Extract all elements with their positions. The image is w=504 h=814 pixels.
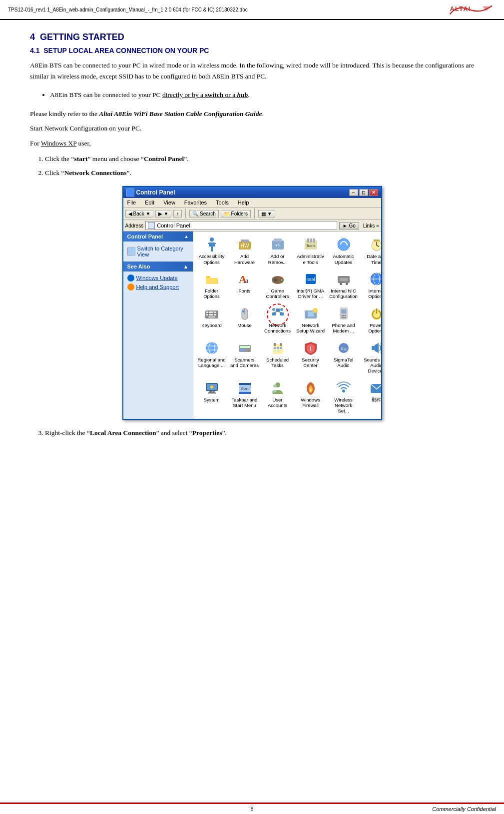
net-wizard-label: Network Setup Wizard [296, 322, 325, 334]
cp-icon-user-accounts[interactable]: User Accounts [262, 378, 293, 416]
security-label: Security Center [296, 357, 325, 368]
nic-config-label: Internal NIC Configuration [329, 288, 358, 300]
user-accounts-icon [270, 380, 286, 396]
svg-rect-97 [372, 346, 375, 350]
icons-panel: Accessibility Options HW Add Hardware +/… [193, 232, 381, 419]
regional-icon [204, 340, 220, 356]
switch-view-button[interactable]: Switch to Category View [125, 244, 191, 260]
cp-icon-sched-tasks[interactable]: Scheduled Tasks [262, 338, 293, 376]
cp-icon-internet-opts[interactable]: Internet Options [361, 269, 381, 302]
close-button[interactable]: ✕ [369, 189, 378, 196]
svg-rect-90 [277, 347, 279, 349]
cp-icon-regional[interactable]: Regional and Language ... [196, 338, 227, 376]
toolbar[interactable]: ◀ Back ▼ ▶ ▼ ↑ 🔍 Search 📁 Folders ▦ ▼ [123, 208, 381, 220]
see-also-links: Windows Update Help and Support [123, 272, 193, 294]
window-body: Control Panel ▲ Switch to Category View [123, 232, 381, 419]
cp-icon-net-wizard[interactable]: ? Network Setup Wizard [295, 304, 326, 336]
svg-rect-104 [208, 392, 216, 394]
cp-icon-system[interactable]: System [196, 378, 227, 416]
regional-label: Regional and Language ... [197, 357, 226, 368]
go-button[interactable]: ► Go [339, 222, 359, 230]
svg-point-105 [210, 386, 213, 388]
cp-icon-power[interactable]: Power Options [361, 304, 381, 336]
address-input[interactable]: Control Panel [145, 221, 337, 230]
help-support-icon [127, 284, 134, 290]
cp-icon-phone-modem[interactable]: Phone and Modem ... [328, 304, 359, 336]
cp-icon-intel-gma[interactable]: Intel Intel(R) GMA Driver for ... [295, 269, 326, 302]
up-button[interactable]: ↑ [173, 210, 182, 218]
menu-help[interactable]: Help [236, 199, 251, 206]
minimize-button[interactable]: – [349, 189, 358, 196]
menu-view[interactable]: View [161, 199, 177, 206]
menu-tools[interactable]: Tools [214, 199, 231, 206]
network-label: Network Connections [263, 322, 292, 334]
svg-point-70 [343, 316, 344, 318]
svg-point-69 [341, 316, 343, 318]
nic-config-icon [336, 271, 352, 287]
views-button[interactable]: ▦ ▼ [258, 210, 275, 218]
numbered-list-2: Right-click the “Local Area Connection” … [45, 427, 474, 439]
windows-update-link[interactable]: Windows Update [125, 274, 191, 282]
page-content: 4 Getting Started 4.1 Setup Local Area C… [0, 20, 504, 472]
back-button[interactable]: ◀ Back ▼ [125, 210, 154, 218]
menu-favorites[interactable]: Favorites [182, 199, 209, 206]
restore-button[interactable]: ◻ [359, 189, 368, 196]
cp-icon-admin-tools[interactable]: Tools Administrative Tools [295, 234, 326, 267]
svg-point-60 [280, 308, 283, 311]
cp-icon-folder-options[interactable]: Folder Options [196, 269, 227, 302]
svg-rect-65 [341, 310, 346, 314]
mail-icon [369, 380, 381, 396]
cp-icon-mail[interactable]: 郵件 [361, 378, 381, 416]
cp-icon-datetime[interactable]: Date and Time [361, 234, 381, 267]
toolbar-separator [185, 208, 186, 218]
cp-icon-add-hardware[interactable]: HW Add Hardware [229, 234, 260, 267]
cp-icon-fonts[interactable]: Aa Fonts [229, 269, 260, 302]
menubar[interactable]: File Edit View Favorites Tools Help [123, 198, 381, 208]
sched-tasks-icon [270, 340, 286, 356]
keyboard-label: Keyboard [201, 322, 222, 328]
admin-tools-label: Administrative Tools [296, 254, 325, 265]
cp-icon-game-ctrl[interactable]: Game Controllers [262, 269, 293, 302]
menu-file[interactable]: File [125, 199, 138, 206]
svg-rect-11 [313, 238, 315, 242]
svg-rect-48 [209, 314, 211, 316]
cp-icon-mouse[interactable]: Mouse [229, 304, 260, 336]
security-icon: ! [303, 340, 319, 356]
cp-icon-sounds[interactable]: Sounds and Audio Devices [361, 338, 381, 376]
cp-icon-keyboard[interactable]: Keyboard [196, 304, 227, 336]
mouse-label: Mouse [237, 322, 252, 328]
cp-icon-auto-update[interactable]: Automatic Updates [328, 234, 359, 267]
svg-rect-44 [209, 312, 211, 313]
address-value: Control Panel [157, 222, 190, 228]
auto-update-icon [336, 236, 352, 252]
see-also-title: See Also ▲ [123, 262, 193, 272]
logo-area: ALTAI [446, 2, 496, 17]
cp-icon-taskbar[interactable]: Start Taskbar and Start Menu [229, 378, 260, 416]
cp-icon-security[interactable]: ! Security Center [295, 338, 326, 376]
titlebar-buttons[interactable]: – ◻ ✕ [349, 189, 378, 196]
forward-button[interactable]: ▶ ▼ [155, 210, 171, 218]
svg-text:a: a [245, 277, 249, 284]
figure-container: Control Panel – ◻ ✕ File Edit View Favor… [30, 186, 474, 420]
addressbar[interactable]: Address Control Panel ► Go Links » [123, 220, 381, 232]
header-title: TPS12-016_rev1 1_A8Ein_web-admin_Configu… [8, 7, 248, 12]
search-button[interactable]: 🔍 Search [189, 210, 218, 218]
cp-icon-nic-config[interactable]: Internal NIC Configuration [328, 269, 359, 302]
svg-rect-46 [214, 312, 216, 313]
list-item: A8Ein BTS can be connected to your PC di… [50, 90, 474, 100]
svg-text:HW: HW [240, 243, 249, 248]
cp-icon-sigmatel[interactable]: Sig SigmaTel Audio [328, 338, 359, 376]
folders-button[interactable]: 📁 Folders [221, 210, 251, 218]
cp-icon-scanners[interactable]: Scanners and Cameras [229, 338, 260, 376]
cp-icon-firewall[interactable]: Windows Firewall [295, 378, 326, 416]
svg-point-79 [206, 342, 218, 354]
help-support-link[interactable]: Help and Support [125, 282, 191, 292]
cp-icon-accessibility[interactable]: Accessibility Options [196, 234, 227, 267]
cp-icon-add-remove[interactable]: +/- Add or Remov... [262, 234, 293, 267]
menu-edit[interactable]: Edit [143, 199, 156, 206]
taskbar-label: Taskbar and Start Menu [230, 397, 259, 408]
cp-icon-network[interactable]: Network Connections [262, 304, 293, 336]
svg-rect-36 [340, 278, 348, 281]
svg-rect-92 [274, 350, 276, 352]
cp-icon-wireless[interactable]: Wireless Network Set... [328, 378, 359, 416]
